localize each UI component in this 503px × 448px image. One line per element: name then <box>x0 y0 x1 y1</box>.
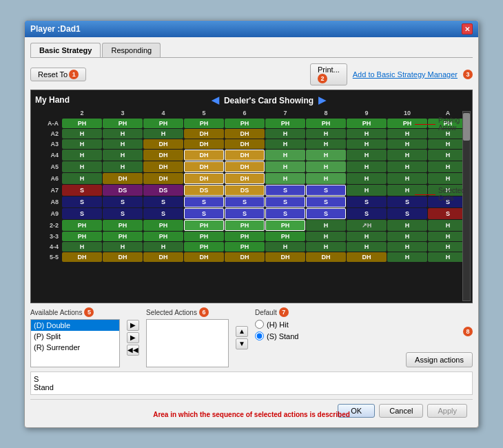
cell-a4-2[interactable]: H <box>62 150 102 161</box>
cell-a4-6[interactable]: DH <box>225 150 265 161</box>
cell-22-7[interactable]: PH <box>265 220 305 231</box>
cell-a2-3[interactable]: H <box>103 129 143 139</box>
add-to-manager-link[interactable]: Add to Basic Strategy Manager <box>353 70 458 79</box>
cell-a3-3[interactable]: H <box>103 139 143 149</box>
cell-a9-4[interactable]: S <box>143 208 183 219</box>
cell-a9-2[interactable]: S <box>62 208 102 219</box>
cell-a9-10[interactable]: S <box>387 208 427 219</box>
cell-55-7[interactable]: DH <box>265 252 305 262</box>
assign-actions-button[interactable]: Assign actions <box>406 352 473 367</box>
cell-a2-2[interactable]: H <box>62 129 102 139</box>
cell-a7-6[interactable]: DS <box>225 185 265 196</box>
cell-33-8[interactable]: H <box>306 232 346 241</box>
cell-a7-2[interactable]: S <box>62 185 102 196</box>
cell-22-3[interactable]: PH <box>103 220 143 231</box>
left-arrow-icon[interactable]: ◀ <box>212 94 219 105</box>
cell-a4-7[interactable]: H <box>265 150 305 161</box>
cell-a7-8[interactable]: S <box>306 185 346 196</box>
cell-a7-3[interactable]: DS <box>103 185 143 196</box>
cell-aa-8[interactable]: PH <box>306 119 346 128</box>
reset-button[interactable]: Reset To 1 <box>30 68 86 81</box>
cell-a3-7[interactable]: H <box>265 139 305 149</box>
cell-a3-4[interactable]: DH <box>143 139 183 149</box>
cell-44-7[interactable]: H <box>265 242 305 252</box>
cell-a6-9[interactable]: H <box>347 173 387 184</box>
cell-aa-4[interactable]: PH <box>143 119 183 128</box>
cell-33-7[interactable]: PH <box>265 232 305 241</box>
cell-a4-4[interactable]: DH <box>143 150 183 161</box>
cell-a9-5[interactable]: S <box>184 208 224 219</box>
cell-a8-3[interactable]: S <box>103 196 143 207</box>
cell-a6-3[interactable]: DH <box>103 173 143 184</box>
cell-a5-8[interactable]: H <box>306 161 346 172</box>
selected-actions-listbox[interactable] <box>146 319 229 367</box>
cell-a7-7[interactable]: S <box>265 185 305 196</box>
cell-a6-7[interactable]: H <box>265 173 305 184</box>
cell-a8-4[interactable]: S <box>143 196 183 207</box>
cell-a5-4[interactable]: DH <box>143 161 183 172</box>
cell-a5-6[interactable]: DH <box>225 161 265 172</box>
available-actions-listbox[interactable]: (D) Double (P) Split (R) Surrender <box>30 319 120 367</box>
cell-a2-4[interactable]: H <box>143 129 183 139</box>
cell-a7-5[interactable]: DS <box>184 185 224 196</box>
cell-a9-8[interactable]: S <box>306 208 346 219</box>
radio-hit-input[interactable] <box>255 320 264 329</box>
cell-22-2[interactable]: PH <box>62 220 102 231</box>
cell-22-4[interactable]: PH <box>143 220 183 231</box>
cell-a4-8[interactable]: H <box>306 150 346 161</box>
cell-22-8[interactable]: H <box>306 220 346 231</box>
cell-aa-7[interactable]: PH <box>265 119 305 128</box>
cell-33-5[interactable]: PH <box>184 232 224 241</box>
cell-22-9[interactable]: ↗H <box>347 220 387 231</box>
cell-a9-7[interactable]: S <box>265 208 305 219</box>
cell-55-6[interactable]: DH <box>225 252 265 262</box>
cell-a8-8[interactable]: S <box>306 196 346 207</box>
cell-33-9[interactable]: H <box>347 232 387 241</box>
cell-a9-6[interactable]: S <box>225 208 265 219</box>
move-right-all-button[interactable]: ▶ <box>127 332 139 343</box>
radio-hit[interactable]: (H) Hit <box>255 320 331 329</box>
cell-a5-5[interactable]: DH <box>184 161 224 172</box>
right-arrow-icon[interactable]: ▶ <box>318 94 326 105</box>
cell-55-2[interactable]: DH <box>62 252 102 262</box>
cell-55-10[interactable]: H <box>387 252 427 262</box>
move-right-button[interactable]: ▶ <box>127 320 139 331</box>
cell-33-4[interactable]: PH <box>143 232 183 241</box>
cell-aa-2[interactable]: PH <box>62 119 102 128</box>
cell-a8-5[interactable]: S <box>184 196 224 207</box>
cell-44-3[interactable]: H <box>103 242 143 252</box>
move-left-all-button[interactable]: ◀◀ <box>127 345 139 356</box>
cell-a2-8[interactable]: H <box>306 129 346 139</box>
cell-55-3[interactable]: DH <box>103 252 143 262</box>
cell-33-2[interactable]: PH <box>62 232 102 241</box>
cell-22-10[interactable]: H <box>387 220 427 231</box>
cell-a3-9[interactable]: H <box>347 139 387 149</box>
move-down-button[interactable]: ▼ <box>236 338 248 349</box>
cell-a3-6[interactable]: DH <box>225 139 265 149</box>
cell-55-4[interactable]: DH <box>143 252 183 262</box>
cell-a7-4[interactable]: DS <box>143 185 183 196</box>
move-up-button[interactable]: ▲ <box>236 326 248 337</box>
cell-a9-9[interactable]: S <box>347 208 387 219</box>
radio-stand[interactable]: (S) Stand <box>255 332 331 340</box>
cell-a8-2[interactable]: S <box>62 196 102 207</box>
cell-a8-9[interactable]: S <box>347 196 387 207</box>
cell-33-10[interactable]: H <box>387 232 427 241</box>
cell-a4-5[interactable]: DH <box>184 150 224 161</box>
radio-stand-input[interactable] <box>255 332 264 340</box>
cell-a6-8[interactable]: H <box>306 173 346 184</box>
cell-a8-7[interactable]: S <box>265 196 305 207</box>
action-double[interactable]: (D) Double <box>31 320 119 331</box>
tab-responding[interactable]: Responding <box>102 43 161 57</box>
cell-a2-5[interactable]: DH <box>184 129 224 139</box>
apply-button[interactable]: Apply <box>427 404 467 418</box>
cell-44-8[interactable]: H <box>306 242 346 252</box>
cell-a6-4[interactable]: DH <box>143 173 183 184</box>
cell-44-2[interactable]: H <box>62 242 102 252</box>
cell-a3-5[interactable]: DH <box>184 139 224 149</box>
cell-44-10[interactable]: H <box>387 242 427 252</box>
cell-a5-2[interactable]: H <box>62 161 102 172</box>
cell-33-3[interactable]: PH <box>103 232 143 241</box>
cell-a2-7[interactable]: H <box>265 129 305 139</box>
cell-aa-9[interactable]: PH <box>347 119 387 128</box>
